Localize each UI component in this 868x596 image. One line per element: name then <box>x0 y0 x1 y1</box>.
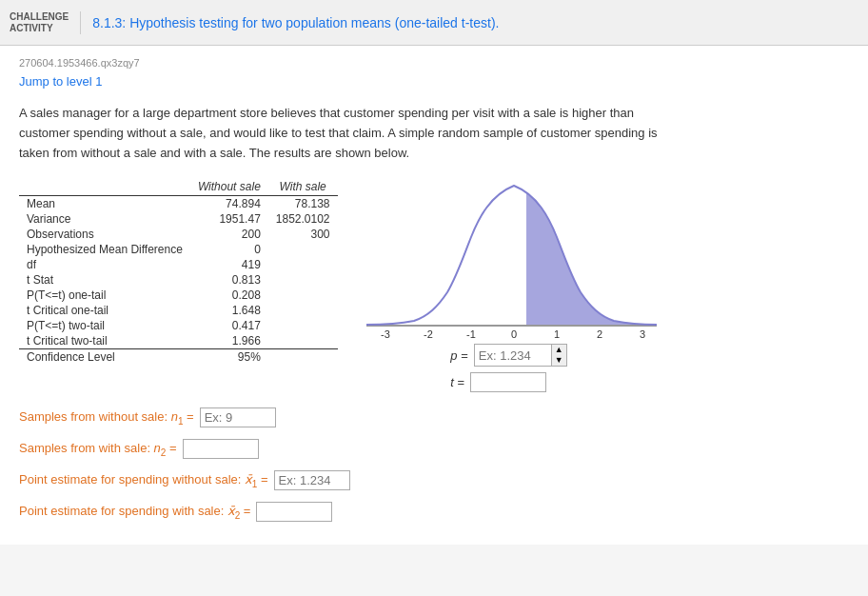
p-spinner-input[interactable]: ▲ ▼ <box>474 344 567 367</box>
svg-text:3: 3 <box>639 328 644 340</box>
table-row-label: t Stat <box>19 272 190 288</box>
table-row-label: Mean <box>19 196 190 212</box>
n1-row: Samples from without sale: n1 = <box>19 407 849 427</box>
n2-label: Samples from with sale: n2 = <box>19 441 177 458</box>
table-row-label: Observations <box>19 227 190 242</box>
table-row-label: t Critical two-tail <box>19 333 190 349</box>
table-row-label: Variance <box>19 211 190 227</box>
col-without-sale-header: Without sale <box>190 178 268 196</box>
table-row-label: P(T<=t) one-tail <box>19 288 190 303</box>
table-row-col2 <box>268 333 338 349</box>
n1-input[interactable] <box>200 407 276 427</box>
svg-text:0: 0 <box>510 328 516 340</box>
p-decrement-button[interactable]: ▼ <box>552 355 566 366</box>
p-spinner-arrows: ▲ ▼ <box>551 345 566 366</box>
stats-table: Without sale With sale Mean74.89478.138V… <box>19 178 338 365</box>
x1-row: Point estimate for spending without sale… <box>19 470 849 490</box>
title-text: 8.1.3: Hypothesis testing for two popula… <box>92 15 499 30</box>
table-row-col2 <box>268 288 338 303</box>
table-row-col2 <box>268 242 338 257</box>
col-empty-header <box>19 178 190 196</box>
table-row-col2 <box>268 257 338 272</box>
stats-table-section: Without sale With sale Mean74.89478.138V… <box>19 178 338 365</box>
table-row-label: Confidence Level <box>19 349 190 366</box>
table-row-label: P(T<=t) two-tail <box>19 318 190 333</box>
col-with-sale-header: With sale <box>268 178 338 196</box>
p-label: p = <box>450 348 467 363</box>
table-row-col2 <box>268 349 338 366</box>
content-area: 270604.1953466.qx3zqy7 Jump to level 1 A… <box>0 46 868 545</box>
main-area: Without sale With sale Mean74.89478.138V… <box>19 178 849 392</box>
table-row-col2 <box>268 318 338 333</box>
svg-text:-3: -3 <box>381 328 390 340</box>
t-input[interactable] <box>470 372 546 392</box>
table-row-col1: 200 <box>190 227 268 242</box>
n1-label: Samples from without sale: n1 = <box>19 409 194 427</box>
p-row: p = ▲ ▼ <box>450 344 566 367</box>
x2-label: Point estimate for spending with sale: x… <box>19 504 250 521</box>
chart-section: -3 -2 -1 0 1 2 3 <box>357 178 661 392</box>
bell-curve-chart: -3 -2 -1 0 1 2 3 <box>357 178 661 340</box>
table-row-col2: 300 <box>268 227 338 242</box>
header-title: 8.1.3: Hypothesis testing for two popula… <box>92 15 499 30</box>
x2-row: Point estimate for spending with sale: x… <box>19 502 849 522</box>
table-row-label: Hypothesized Mean Difference <box>19 242 190 257</box>
x1-label: Point estimate for spending without sale… <box>19 472 268 489</box>
table-row-col1: 1.648 <box>190 303 268 318</box>
svg-text:-2: -2 <box>424 328 433 340</box>
p-input[interactable] <box>475 347 551 365</box>
table-row-col2 <box>268 303 338 318</box>
svg-text:-1: -1 <box>466 328 476 340</box>
table-row-col1: 419 <box>190 257 268 272</box>
table-row-col2: 78.138 <box>268 196 338 212</box>
table-row-col1: 0 <box>190 242 268 257</box>
n2-input[interactable] <box>183 439 259 459</box>
challenge-activity-label: CHALLENGE ACTIVITY <box>10 11 81 34</box>
table-row-col1: 0.208 <box>190 288 268 303</box>
p-increment-button[interactable]: ▲ <box>552 345 566 355</box>
table-row-col1: 74.894 <box>190 196 268 212</box>
table-row-label: df <box>19 257 190 272</box>
table-row-col1: 95% <box>190 349 268 366</box>
table-row-col2: 1852.0102 <box>268 211 338 227</box>
activity-id: 270604.1953466.qx3zqy7 <box>19 57 849 69</box>
table-row-col2 <box>268 272 338 288</box>
svg-text:1: 1 <box>553 328 559 340</box>
description-text: A sales manager for a large department s… <box>19 104 685 163</box>
t-label: t = <box>450 375 464 389</box>
svg-text:2: 2 <box>596 328 602 340</box>
x2-input[interactable] <box>256 502 332 522</box>
t-row: t = <box>450 372 546 392</box>
table-row-col1: 1.966 <box>190 333 268 349</box>
n2-row: Samples from with sale: n2 = <box>19 439 849 459</box>
p-t-inputs: p = ▲ ▼ t = <box>450 344 566 392</box>
header: CHALLENGE ACTIVITY 8.1.3: Hypothesis tes… <box>0 0 868 46</box>
jump-to-level-link[interactable]: Jump to level 1 <box>19 74 102 89</box>
bottom-section: Samples from without sale: n1 = Samples … <box>19 407 849 522</box>
x1-input[interactable] <box>274 470 350 490</box>
table-row-col1: 1951.47 <box>190 211 268 227</box>
table-row-label: t Critical one-tail <box>19 303 190 318</box>
table-row-col1: 0.417 <box>190 318 268 333</box>
table-row-col1: 0.813 <box>190 272 268 288</box>
